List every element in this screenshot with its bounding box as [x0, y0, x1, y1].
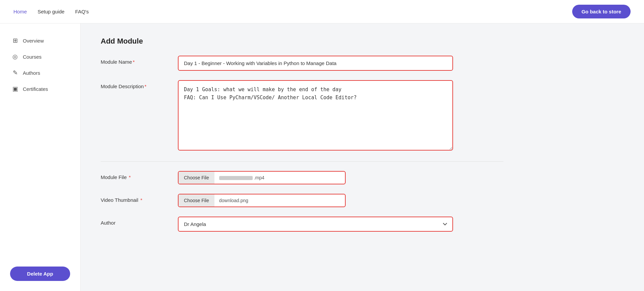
video-thumbnail-choose-button[interactable]: Choose File [179, 194, 214, 207]
sidebar-item-authors-label: Authors [23, 70, 40, 76]
courses-icon: ◎ [11, 53, 19, 60]
main-layout: ⊞ Overview ◎ Courses ✎ Authors ▣ Certifi… [0, 23, 644, 291]
module-description-field: Day 1 Goals: what we will make by the en… [178, 80, 453, 152]
module-file-label: Module File * [101, 171, 168, 180]
go-back-button[interactable]: Go back to store [572, 5, 631, 18]
delete-app-button[interactable]: Delete App [10, 267, 70, 281]
certificates-icon: ▣ [11, 85, 19, 93]
module-name-field [178, 56, 453, 71]
author-row: Author Dr Angela Other Author [101, 217, 624, 232]
video-thumbnail-label: Video Thumbnail * [101, 194, 168, 203]
video-thumbnail-name: download.png [214, 194, 253, 207]
required-star-4: * [139, 197, 142, 203]
nav-setup[interactable]: Setup guide [38, 9, 64, 14]
author-label: Author [101, 217, 168, 226]
main-content: Add Module Module Name* Module Descripti… [81, 23, 644, 291]
module-description-label: Module Description* [101, 80, 168, 89]
overview-icon: ⊞ [11, 37, 19, 44]
sidebar-nav: ⊞ Overview ◎ Courses ✎ Authors ▣ Certifi… [7, 34, 73, 260]
module-file-field: Choose File .mp4 [178, 171, 453, 184]
divider-1 [101, 161, 503, 162]
sidebar-item-courses[interactable]: ◎ Courses [7, 50, 73, 64]
video-thumbnail-input-wrapper: Choose File download.png [178, 194, 346, 207]
sidebar-item-overview-label: Overview [23, 38, 44, 44]
author-select[interactable]: Dr Angela Other Author [178, 217, 453, 232]
sidebar-item-authors[interactable]: ✎ Authors [7, 66, 73, 80]
module-name-label: Module Name* [101, 56, 168, 65]
module-name-input[interactable] [178, 56, 453, 71]
module-file-name: .mp4 [214, 172, 269, 184]
video-thumbnail-row: Video Thumbnail * Choose File download.p… [101, 194, 624, 207]
module-name-row: Module Name* [101, 56, 624, 71]
top-navigation: Home Setup guide FAQ's Go back to store [0, 0, 644, 23]
authors-icon: ✎ [11, 69, 19, 76]
sidebar-item-overview[interactable]: ⊞ Overview [7, 34, 73, 48]
page-title: Add Module [101, 37, 624, 46]
required-star-3: * [128, 174, 131, 180]
sidebar: ⊞ Overview ◎ Courses ✎ Authors ▣ Certifi… [0, 23, 81, 291]
module-file-choose-button[interactable]: Choose File [179, 172, 214, 184]
nav-home[interactable]: Home [13, 9, 27, 14]
module-description-row: Module Description* Day 1 Goals: what we… [101, 80, 624, 152]
sidebar-item-courses-label: Courses [23, 54, 42, 60]
sidebar-item-certificates[interactable]: ▣ Certificates [7, 82, 73, 96]
nav-faqs[interactable]: FAQ's [75, 9, 89, 14]
required-star-2: * [144, 83, 146, 89]
required-star: * [133, 59, 135, 65]
module-description-input[interactable]: Day 1 Goals: what we will make by the en… [178, 80, 453, 151]
module-file-row: Module File * Choose File .mp4 [101, 171, 624, 184]
video-thumbnail-field: Choose File download.png [178, 194, 453, 207]
author-field: Dr Angela Other Author [178, 217, 453, 232]
module-file-input-wrapper: Choose File .mp4 [178, 171, 346, 184]
nav-links: Home Setup guide FAQ's [13, 9, 572, 14]
sidebar-item-certificates-label: Certificates [23, 86, 48, 92]
